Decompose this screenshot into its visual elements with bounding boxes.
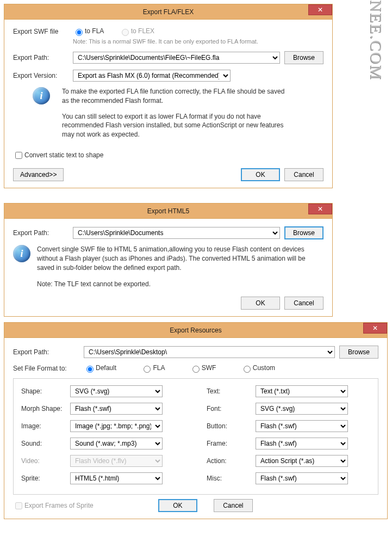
format-groupbox: Shape:SVG (*.svg) Morph Shape:Flash (*.s…: [13, 378, 378, 495]
export-path-label: Export Path:: [13, 229, 73, 237]
text-select[interactable]: Text (*.txt): [256, 385, 348, 397]
swf-note: Note: This is a normal SWF file. It can …: [73, 38, 258, 45]
browse-button[interactable]: Browse: [284, 226, 323, 239]
browse-button[interactable]: Browse: [339, 346, 378, 359]
swf-radio[interactable]: [192, 366, 200, 373]
export-path-label: Export Path:: [13, 348, 84, 356]
help-text-2: You can still select to export it as low…: [62, 112, 290, 139]
misc-label: Misc:: [207, 475, 256, 482]
export-frames-checkbox: [15, 502, 22, 509]
button-select[interactable]: Flash (*.swf): [256, 420, 348, 432]
help-text-1: To make the exported FLA file function c…: [62, 87, 290, 106]
video-select: Flash Video (*.flv): [70, 455, 163, 467]
close-button[interactable]: ✕: [308, 204, 332, 214]
title-bar: Export Resources ✕: [4, 323, 387, 338]
export-resources-dialog: Export Resources ✕ Export Path: C:\Users…: [4, 322, 388, 519]
sprite-label: Sprite:: [21, 475, 70, 482]
cancel-button[interactable]: Cancel: [284, 297, 323, 310]
video-label: Video:: [21, 457, 70, 465]
close-button[interactable]: ✕: [308, 4, 332, 15]
close-button[interactable]: ✕: [363, 323, 387, 334]
watermark: APPNEE.COM: [367, 0, 385, 81]
title-text: Export FLA/FLEX: [143, 8, 194, 16]
export-fla-dialog: Export FLA/FLEX ✕ Export SWF file to FLA…: [4, 4, 333, 188]
image-label: Image:: [21, 422, 70, 430]
title-bar: Export HTML5 ✕: [4, 204, 332, 219]
shape-select[interactable]: SVG (*.svg): [70, 385, 163, 397]
custom-radio-label[interactable]: Custom: [241, 364, 275, 372]
to-fla-radio-label[interactable]: to FLA: [73, 27, 104, 35]
cancel-button[interactable]: Cancel: [284, 168, 323, 181]
frame-label: Frame:: [207, 440, 256, 447]
convert-static-checkbox[interactable]: [15, 152, 22, 159]
to-flex-radio-label: to FLEX: [119, 27, 154, 35]
ok-button[interactable]: OK: [241, 168, 280, 181]
misc-select[interactable]: Flash (*.swf): [256, 472, 348, 484]
text-label: Text:: [207, 387, 256, 395]
frame-select[interactable]: Flash (*.swf): [256, 438, 348, 450]
export-path-select[interactable]: C:\Users\Sprinkle\Documents: [73, 227, 280, 239]
close-icon: ✕: [372, 325, 378, 331]
font-select[interactable]: SVG (*.svg): [256, 403, 348, 415]
ok-button[interactable]: OK: [158, 499, 197, 512]
custom-radio[interactable]: [244, 366, 251, 373]
export-version-select[interactable]: Export as Flash MX (6.0) format (Recomme…: [73, 70, 231, 82]
swf-radio-label[interactable]: SWF: [190, 364, 216, 372]
export-swf-label: Export SWF file: [13, 28, 73, 35]
image-select[interactable]: Image (*.jpg; *.bmp; *.png): [70, 420, 163, 432]
close-icon: ✕: [318, 7, 323, 13]
sound-label: Sound:: [21, 440, 70, 447]
action-label: Action:: [207, 457, 256, 465]
info-icon: i: [13, 245, 30, 262]
fla-radio[interactable]: [144, 366, 151, 373]
default-radio-label[interactable]: Default: [84, 364, 116, 372]
export-frames-label: Export Frames of Sprite: [13, 501, 94, 511]
shape-label: Shape:: [21, 387, 70, 395]
morph-label: Morph Shape:: [21, 405, 70, 412]
sound-select[interactable]: Sound (*.wav; *.mp3): [70, 438, 163, 450]
set-file-format-label: Set File Format to:: [13, 365, 84, 372]
button-label: Button:: [207, 422, 256, 430]
advanced-button[interactable]: Advanced>>: [13, 168, 64, 181]
to-flex-radio: [122, 29, 129, 36]
info-icon: i: [33, 87, 50, 104]
export-path-select[interactable]: C:\Users\Sprinkle\Desktop\: [84, 346, 335, 358]
export-version-label: Export Version:: [13, 72, 73, 79]
export-html5-dialog: Export HTML5 ✕ Export Path: C:\Users\Spr…: [4, 203, 333, 317]
export-path-label: Export Path:: [13, 54, 73, 61]
default-radio[interactable]: [86, 366, 94, 373]
title-bar: Export FLA/FLEX ✕: [4, 4, 332, 20]
title-text: Export Resources: [170, 327, 221, 334]
to-fla-radio[interactable]: [76, 29, 83, 36]
sprite-select[interactable]: HTML5 (*.html): [70, 472, 163, 484]
help-text-2: Note: The TLF text cannot be exported.: [37, 280, 323, 289]
fla-radio-label[interactable]: FLA: [141, 364, 165, 372]
help-text-1: Convert single SWF file to HTML 5 animat…: [37, 245, 323, 272]
export-path-select[interactable]: C:\Users\Sprinkle\Documents\FileEG\~File…: [73, 52, 280, 64]
cancel-button[interactable]: Cancel: [214, 499, 253, 512]
morph-select[interactable]: Flash (*.swf): [70, 403, 163, 415]
ok-button[interactable]: OK: [241, 297, 280, 310]
convert-static-label[interactable]: Convert static text to shape: [13, 151, 103, 159]
font-label: Font:: [207, 405, 256, 412]
title-text: Export HTML5: [147, 207, 189, 215]
browse-button[interactable]: Browse: [284, 51, 323, 64]
close-icon: ✕: [318, 206, 323, 212]
action-select[interactable]: Action Script (*.as): [256, 455, 348, 467]
